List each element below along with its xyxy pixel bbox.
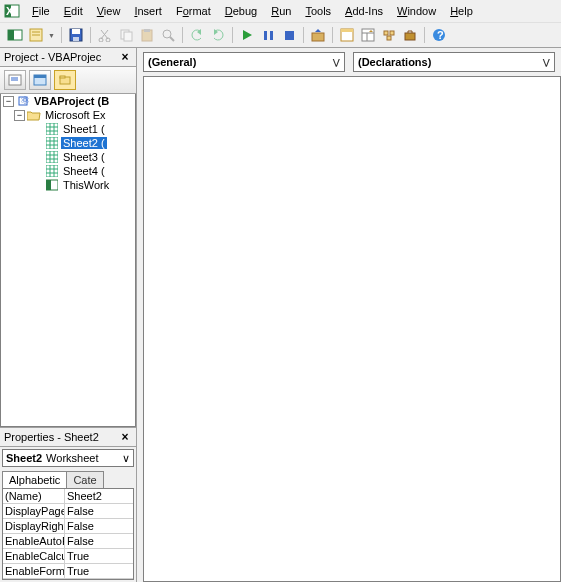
vbaproject-icon: ⚛ — [16, 95, 30, 107]
menu-debug[interactable]: Debug — [219, 3, 263, 19]
menu-format[interactable]: Format — [170, 3, 217, 19]
menubar: X File Edit View Insert Format Debug Run… — [0, 0, 561, 23]
excel-icon: X — [4, 3, 20, 19]
cut-button[interactable] — [96, 26, 114, 44]
collapse-icon[interactable]: − — [3, 96, 14, 107]
menu-view[interactable]: View — [91, 3, 127, 19]
menu-run[interactable]: Run — [265, 3, 297, 19]
property-row[interactable]: EnableAutoFFalse — [3, 534, 133, 549]
tree-root[interactable]: − ⚛ VBAProject (B — [1, 94, 135, 108]
chevron-down-icon: ∨ — [122, 452, 130, 465]
code-editor[interactable]: wsxdn.com — [143, 76, 561, 582]
project-panel-toolbar — [0, 67, 136, 94]
toggle-folders-button[interactable] — [54, 70, 76, 90]
worksheet-icon — [45, 165, 59, 177]
menu-window[interactable]: Window — [391, 3, 442, 19]
object-browser-button[interactable] — [380, 26, 398, 44]
svg-rect-61 — [46, 151, 58, 163]
tree-folder-label: Microsoft Ex — [43, 109, 108, 121]
tab-categorized[interactable]: Cate — [66, 471, 103, 488]
copy-button[interactable] — [117, 26, 135, 44]
menu-help[interactable]: Help — [444, 3, 479, 19]
svg-rect-47 — [60, 76, 65, 78]
project-panel-title: Project - VBAProjec × — [0, 48, 136, 67]
view-code-button[interactable] — [4, 70, 26, 90]
properties-tabs: Alphabetic Cate — [2, 471, 134, 488]
property-row[interactable]: DisplayRightFalse — [3, 519, 133, 534]
tree-root-label: VBAProject (B — [32, 95, 111, 107]
tree-sheet-item[interactable]: Sheet2 ( — [1, 136, 135, 150]
project-panel-close-icon[interactable]: × — [118, 50, 132, 64]
view-object-button[interactable] — [29, 70, 51, 90]
svg-rect-25 — [270, 31, 273, 40]
menu-addins[interactable]: Add-Ins — [339, 3, 389, 19]
svg-rect-18 — [144, 29, 150, 32]
svg-rect-45 — [34, 75, 46, 78]
tree-sheet-item[interactable]: Sheet1 ( — [1, 122, 135, 136]
properties-object-dropdown[interactable]: Sheet2Worksheet ∨ — [2, 449, 134, 467]
properties-panel: Properties - Sheet2 × Sheet2Worksheet ∨ … — [0, 427, 136, 582]
svg-text:X: X — [6, 5, 14, 17]
svg-text:?: ? — [437, 29, 444, 41]
insert-module-button[interactable] — [27, 26, 45, 44]
svg-rect-30 — [341, 29, 353, 32]
toolbox-button[interactable] — [401, 26, 419, 44]
help-button[interactable]: ? — [430, 26, 448, 44]
property-name: DisplayRight — [3, 519, 65, 533]
svg-text:⚛: ⚛ — [20, 95, 30, 106]
properties-grid[interactable]: (Name)Sheet2 DisplayPageFalse DisplayRig… — [2, 488, 134, 580]
tree-workbook-item[interactable]: ThisWork — [1, 178, 135, 192]
project-explorer-button[interactable] — [338, 26, 356, 44]
properties-panel-close-icon[interactable]: × — [118, 430, 132, 444]
insert-dropdown-icon[interactable]: ▼ — [48, 32, 56, 39]
object-selector-dropdown[interactable]: (General) ⋁ — [143, 52, 345, 72]
find-button[interactable] — [159, 26, 177, 44]
collapse-icon[interactable]: − — [14, 110, 25, 121]
property-value[interactable]: Sheet2 — [65, 489, 133, 503]
property-row[interactable]: (Name)Sheet2 — [3, 489, 133, 504]
svg-marker-50 — [27, 112, 40, 120]
svg-marker-23 — [243, 30, 252, 40]
property-row[interactable]: DisplayPageFalse — [3, 504, 133, 519]
tree-item-label: Sheet3 ( — [61, 151, 107, 163]
properties-window-button[interactable] — [359, 26, 377, 44]
paste-button[interactable] — [138, 26, 156, 44]
view-excel-button[interactable] — [6, 26, 24, 44]
tree-folder[interactable]: − Microsoft Ex — [1, 108, 135, 122]
reset-button[interactable] — [280, 26, 298, 44]
tree-sheet-item[interactable]: Sheet4 ( — [1, 164, 135, 178]
save-button[interactable] — [67, 26, 85, 44]
property-row[interactable]: EnableCalcuTrue — [3, 549, 133, 564]
property-value[interactable]: False — [65, 519, 133, 533]
run-button[interactable] — [238, 26, 256, 44]
property-value[interactable]: False — [65, 504, 133, 518]
break-button[interactable] — [259, 26, 277, 44]
redo-button[interactable] — [209, 26, 227, 44]
chevron-down-icon: ⋁ — [543, 58, 550, 67]
property-value[interactable]: True — [65, 564, 133, 578]
menu-insert[interactable]: Insert — [128, 3, 168, 19]
svg-rect-38 — [405, 33, 415, 40]
worksheet-icon — [45, 123, 59, 135]
property-row[interactable]: EnableFormTrue — [3, 564, 133, 579]
tree-sheet-item[interactable]: Sheet3 ( — [1, 150, 135, 164]
property-value[interactable]: False — [65, 534, 133, 548]
tab-alphabetic[interactable]: Alphabetic — [2, 471, 67, 488]
procedure-selector-value: (Declarations) — [358, 56, 431, 68]
tree-item-label: Sheet4 ( — [61, 165, 107, 177]
tree-item-label: Sheet1 ( — [61, 123, 107, 135]
menu-file[interactable]: File — [26, 3, 56, 19]
menu-tools[interactable]: Tools — [299, 3, 337, 19]
undo-button[interactable] — [188, 26, 206, 44]
procedure-selector-dropdown[interactable]: (Declarations) ⋁ — [353, 52, 555, 72]
svg-rect-66 — [46, 165, 58, 177]
property-value[interactable]: True — [65, 549, 133, 563]
tree-item-label: ThisWork — [61, 179, 111, 191]
menu-edit[interactable]: Edit — [58, 3, 89, 19]
object-selector-value: (General) — [148, 56, 196, 68]
design-mode-button[interactable] — [309, 26, 327, 44]
svg-rect-36 — [390, 31, 394, 35]
svg-rect-37 — [387, 36, 391, 40]
project-tree[interactable]: − ⚛ VBAProject (B − Microsoft Ex Sheet1 … — [0, 94, 136, 427]
worksheet-icon — [45, 151, 59, 163]
